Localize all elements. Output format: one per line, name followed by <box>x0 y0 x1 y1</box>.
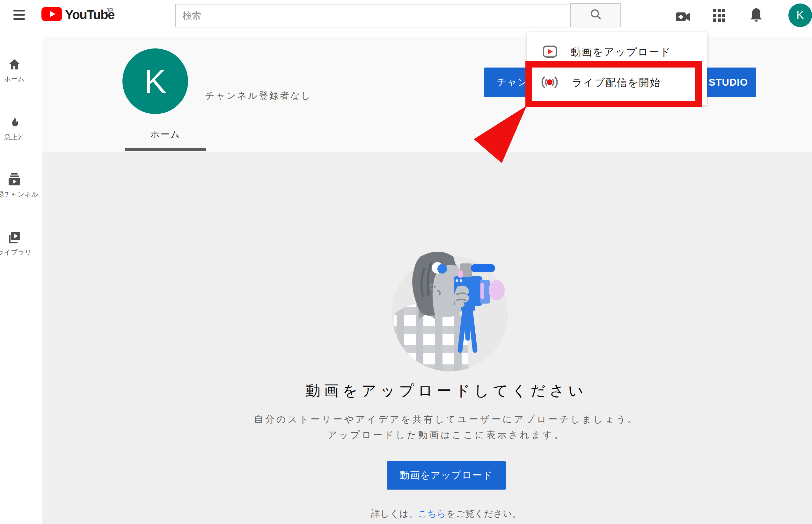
search-input[interactable] <box>175 4 571 28</box>
top-toolbar: YouTube JP <box>0 0 812 37</box>
sidebar-item-label: ホーム <box>4 75 25 83</box>
trending-flame-icon <box>8 116 21 131</box>
library-icon <box>8 231 21 245</box>
apps-grid-icon[interactable] <box>713 9 725 23</box>
subscriptions-icon <box>8 173 21 187</box>
help-link[interactable]: こちら <box>418 509 446 519</box>
create-video-icon[interactable] <box>676 12 690 23</box>
description-line-1: 自分のストーリーやアイデアを共有してユーザーにアプローチしましょう。 <box>254 414 639 424</box>
create-dropdown-menu: 動画をアップロード ライブ配信を開始 <box>527 32 707 105</box>
menu-item-label: 動画をアップロード <box>571 45 671 59</box>
channel-avatar-initial: K <box>144 62 166 100</box>
go-live-icon <box>540 76 559 90</box>
hamburger-menu-icon[interactable] <box>13 10 25 20</box>
menu-item-upload-video[interactable]: 動画をアップロード <box>527 37 707 67</box>
sidebar-item-label: 登録チャンネル <box>0 190 38 199</box>
sidebar-item-home[interactable]: ホーム <box>0 58 43 99</box>
account-avatar[interactable]: K <box>789 3 812 27</box>
sidebar-item-trending[interactable]: 急上昇 <box>0 116 43 157</box>
subscriber-count-label: チャンネル登録者なし <box>205 89 312 102</box>
youtube-play-badge-icon <box>42 7 62 21</box>
avatar-initial: K <box>796 9 804 22</box>
search-icon <box>589 8 603 22</box>
search-button[interactable] <box>570 3 621 28</box>
tab-home[interactable]: ホーム <box>125 128 206 141</box>
description-line-2: アップロードした動画はここに表示されます。 <box>328 430 565 440</box>
sidebar-item-label: ライブラリ <box>0 248 32 257</box>
upload-video-button[interactable]: 動画をアップロード <box>387 461 506 490</box>
menu-item-label: ライブ配信を開始 <box>572 76 661 90</box>
region-code-label: JP <box>106 7 113 14</box>
youtube-channel-page: YouTube JP <box>0 0 812 524</box>
empty-state-description: 自分のストーリーやアイデアを共有してユーザーにアプローチしましょう。 アップロー… <box>254 412 639 443</box>
help-text-suffix: をご覧ください。 <box>446 509 522 519</box>
help-text: 詳しくは、こちらをご覧ください。 <box>371 508 522 520</box>
menu-item-go-live[interactable]: ライブ配信を開始 <box>527 67 707 98</box>
home-icon <box>8 58 21 72</box>
channel-avatar[interactable]: K <box>123 48 188 114</box>
sidebar-item-label: 急上昇 <box>4 132 25 142</box>
active-tab-underline <box>125 148 206 151</box>
upload-video-button-label: 動画をアップロード <box>400 470 493 480</box>
upload-illustration <box>391 244 512 372</box>
empty-state-title: 動画をアップロードしてください <box>306 381 587 401</box>
notifications-bell-icon[interactable] <box>749 7 763 24</box>
help-text-prefix: 詳しくは、 <box>371 509 418 519</box>
customize-channel-button-label: チャン <box>497 76 528 89</box>
sidebar-item-subscriptions[interactable]: 登録チャンネル <box>0 173 43 215</box>
sidebar: ホーム 急上昇 登録チャンネル <box>0 37 43 524</box>
sidebar-item-library[interactable]: ライブラリ <box>0 231 43 273</box>
upload-video-icon <box>543 46 557 59</box>
